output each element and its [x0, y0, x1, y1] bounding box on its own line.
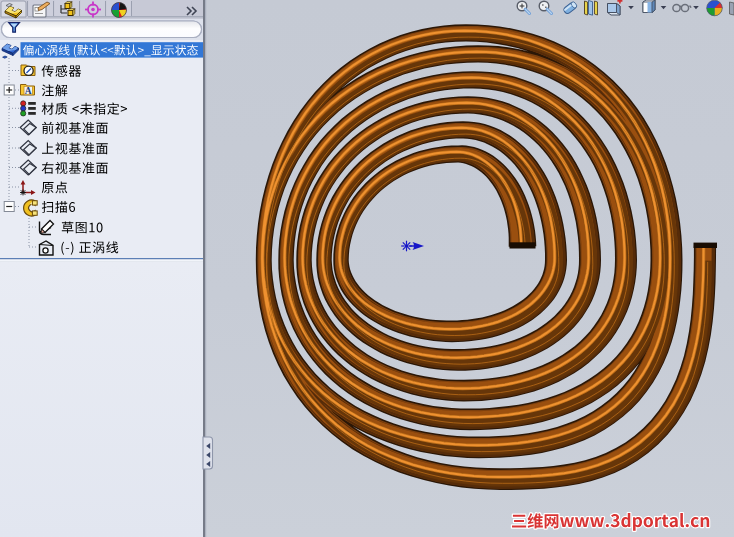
svg-text:A: A — [25, 86, 32, 96]
